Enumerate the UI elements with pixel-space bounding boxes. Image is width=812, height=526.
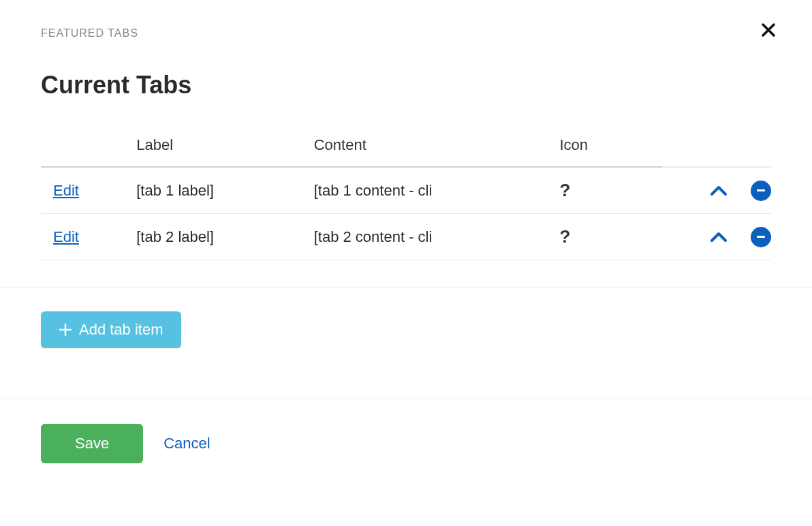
move-up-button[interactable]: [710, 231, 728, 243]
minus-icon: [757, 189, 765, 191]
eyebrow-label: FEATURED TABS: [41, 27, 771, 40]
page-title: Current Tabs: [41, 71, 771, 99]
add-tab-item-button[interactable]: Add tab item: [41, 311, 181, 348]
column-header-content: Content: [307, 127, 553, 167]
save-button[interactable]: Save: [41, 424, 143, 463]
table-row: Edit [tab 1 label] [tab 1 content - cli …: [41, 167, 771, 214]
cancel-link[interactable]: Cancel: [163, 435, 210, 452]
question-icon: ?: [559, 226, 570, 247]
row-content: [tab 1 content - cli: [307, 167, 553, 214]
table-row: Edit [tab 2 label] [tab 2 content - cli …: [41, 214, 771, 260]
edit-link[interactable]: Edit: [53, 228, 79, 245]
remove-button[interactable]: [751, 227, 771, 247]
chevron-up-icon: [710, 231, 728, 243]
column-header-label: Label: [129, 127, 307, 167]
plus-icon: [59, 323, 72, 337]
question-icon: ?: [559, 180, 570, 201]
minus-icon: [757, 236, 765, 238]
close-button[interactable]: [758, 19, 779, 41]
chevron-up-icon: [710, 185, 728, 197]
edit-link[interactable]: Edit: [53, 182, 79, 199]
remove-button[interactable]: [751, 181, 771, 201]
move-up-button[interactable]: [710, 185, 728, 197]
tabs-table: Label Content Icon Edit [tab 1 label] [t…: [41, 127, 771, 260]
add-button-label: Add tab item: [79, 321, 163, 339]
column-header-icon: Icon: [552, 127, 661, 167]
close-icon: [760, 22, 777, 38]
row-content: [tab 2 content - cli: [307, 214, 553, 260]
row-label: [tab 2 label]: [129, 214, 307, 260]
row-label: [tab 1 label]: [129, 167, 307, 214]
